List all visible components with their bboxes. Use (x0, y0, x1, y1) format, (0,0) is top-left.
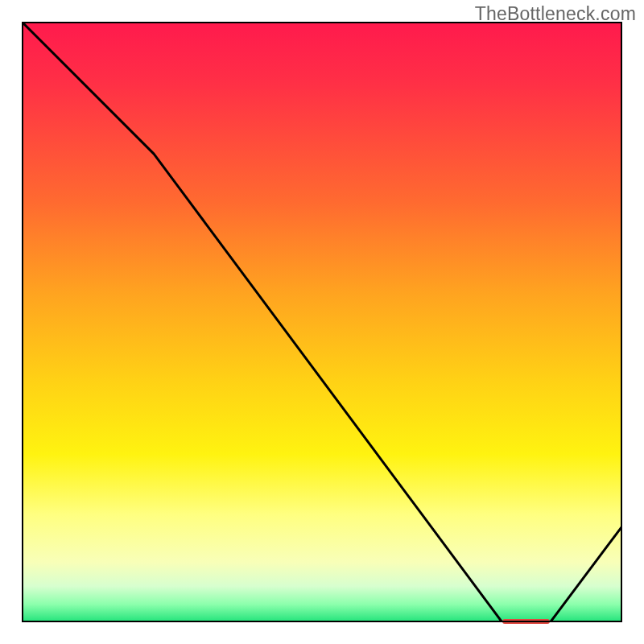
background-gradient (22, 22, 622, 622)
chart-container: TheBottleneck.com (0, 0, 644, 644)
plot-area (22, 22, 622, 622)
